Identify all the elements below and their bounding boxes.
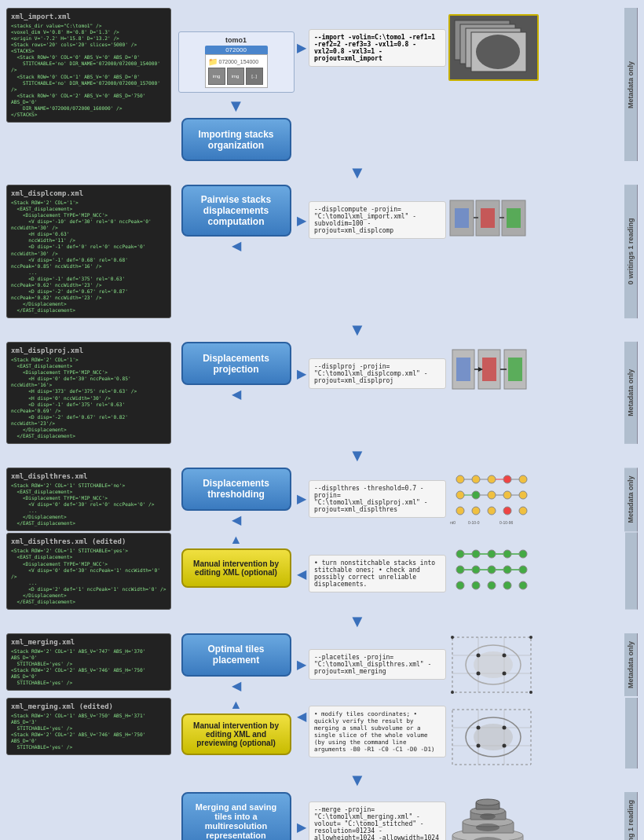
svg-point-106 [480, 813, 496, 820]
side-label-text-2: 0 writings 1 reading [627, 218, 635, 285]
xml-panel-3: xml_displproj.xml <Stack ROW='2' COL='1'… [6, 342, 175, 444]
step-row-4a: xml_displthres.xml <Stack ROW='2' COL='1… [6, 468, 638, 531]
right-col-6: ▶ --merge -projin= "C:\tomo1\xml_merging… [297, 792, 624, 840]
cmd-pane-4a: --displthres -threshold=0.7 -projin= "C:… [309, 480, 446, 518]
step-row-5a: xml_merging.xml <Stack ROW='2' COL='1' A… [6, 633, 638, 696]
arrow-right-6: ▶ [297, 820, 306, 834]
svg-point-55 [503, 566, 511, 574]
center-col-5a: Optimal tiles placement ◀ [175, 633, 297, 693]
cmd-text-4b: • turn nonstitchable stacks into stitcha… [314, 559, 435, 588]
cmd-pane-1: --import -volin=C:\tomo1 -ref1=1 -ref2=2… [309, 29, 446, 67]
flow-arrow-5-6: ▼ [6, 770, 638, 790]
viz-svg-1 [451, 17, 537, 79]
svg-point-27 [472, 491, 480, 499]
page-container: xml_import.xml <stacks_dir value="C:\tom… [0, 0, 644, 840]
action-btn-5b[interactable]: Manual intervention by editing XML and p… [181, 713, 291, 755]
side-label-text-4a: Metadata only [627, 476, 635, 523]
action-btn-3[interactable]: Displacements projection [181, 342, 291, 385]
svg-point-22 [472, 475, 480, 483]
svg-point-58 [472, 581, 480, 589]
action-btn-5a[interactable]: Optimal tiles placement [181, 633, 291, 677]
action-btn-4a[interactable]: Displacements thresholding [181, 468, 291, 511]
svg-point-51 [519, 550, 527, 558]
arrow-down-1: ▼ [228, 97, 245, 115]
svg-text:0-10-0: 0-10-0 [468, 520, 480, 525]
xml-title-2: xml_displcomp.xml [11, 189, 166, 197]
arrow-right-5a: ▶ [297, 657, 306, 672]
viz-svg-3 [448, 342, 539, 405]
viz-4b [448, 542, 539, 605]
side-label-1: Metadata only [624, 8, 638, 161]
action-btn-6[interactable]: Merging and saving tiles into a multires… [181, 792, 291, 840]
action-btn-4b[interactable]: Manual intervention by editing XML (opti… [181, 548, 291, 588]
arrow-left-4a: ◀ [232, 512, 241, 527]
action-label-2: Pairwise stacks displacements computatio… [189, 194, 284, 227]
arrow-right-4a: ▶ [297, 491, 306, 506]
svg-point-95 [503, 743, 507, 747]
svg-point-47 [456, 550, 464, 558]
step-row-4b: xml_displthres.xml (edited) <Stack ROW='… [6, 533, 638, 610]
svg-point-24 [503, 475, 511, 483]
center-col-5b: ▲ Manual intervention by editing XML and… [175, 698, 297, 755]
svg-point-105 [476, 823, 499, 831]
svg-point-94 [477, 743, 481, 747]
svg-point-84 [529, 691, 532, 694]
right-col-5b: ◀ • modify tiles coordinates; • quickly … [297, 698, 625, 768]
side-label-text-6: 1writing 1 reading [627, 799, 635, 840]
svg-point-21 [456, 475, 464, 483]
svg-point-61 [519, 581, 527, 589]
cmd-text-5b: • modify tiles coordinates; • quickly ve… [314, 710, 435, 753]
viz-svg-5b [448, 706, 539, 768]
xml-panel-5b: xml_merging.xml (edited) <Stack ROW='2' … [6, 698, 175, 755]
svg-point-4 [476, 35, 520, 69]
svg-point-79 [477, 671, 481, 675]
center-col-1: tomo1 072000 📁 072000_154000 img img [..… [175, 8, 297, 161]
action-label-4a: Displacements thresholding [189, 478, 284, 500]
action-btn-1[interactable]: Importing stacks organization [181, 118, 291, 161]
svg-point-77 [477, 653, 481, 657]
xml-code-4b: <Stack ROW='2' COL='1' STITCHABLE='yes'>… [11, 548, 166, 605]
svg-point-30 [519, 491, 527, 499]
cmd-text-3: --displproj -projin= "C:\tomo1\xml_displ… [314, 363, 428, 384]
step-row-2: xml_displcomp.xml <Stack ROW='2' COL='1'… [6, 185, 638, 318]
viz-5b [448, 706, 539, 768]
center-col-3: Displacements projection ◀ [175, 342, 297, 402]
step-row-1: xml_import.xml <stacks_dir value="C:\tom… [6, 8, 638, 161]
cmd-pane-3: --displproj -projin= "C:\tomo1\xml_displ… [309, 358, 446, 389]
xml-title-5b: xml_merging.xml (edited) [11, 702, 166, 710]
action-label-1: Importing stacks organization [189, 129, 284, 151]
flow-arrow-4-5: ▼ [6, 611, 638, 632]
side-label-2: 0 writings 1 reading [624, 185, 638, 318]
arrow-right-3: ▶ [297, 366, 306, 381]
right-col-3: ▶ --displproj -projin= "C:\tomo1\xml_dis… [297, 342, 624, 405]
xml-title-3: xml_displproj.xml [11, 347, 166, 354]
svg-point-81 [451, 636, 454, 639]
side-label-5b [625, 698, 638, 768]
svg-point-49 [488, 550, 496, 558]
viz-3 [448, 342, 539, 405]
svg-point-35 [519, 507, 527, 515]
svg-point-78 [503, 653, 507, 657]
svg-point-92 [477, 725, 481, 729]
cmd-text-1: --import -volin=C:\tomo1 -ref1=1 -ref2=2… [314, 34, 435, 62]
arrow-up-4b: ▲ [230, 533, 243, 547]
svg-point-103 [476, 799, 499, 805]
right-col-1: ▶ --import -volin=C:\tomo1 -ref1=1 -ref2… [297, 8, 624, 81]
arrow-left-5b: ◀ [297, 709, 306, 724]
center-col-4b: ▲ Manual intervention by editing XML (op… [175, 533, 297, 588]
viz-1 [448, 14, 539, 81]
cmd-pane-2: --displcompute -projin= "C:\tomo1\xml_im… [309, 201, 446, 239]
xml-code-5a: <Stack ROW='2' COL='1' ABS_V='747' ABS_H… [11, 648, 166, 686]
svg-point-33 [488, 507, 496, 515]
viz-svg-5a [448, 633, 539, 696]
svg-rect-18 [508, 358, 522, 381]
side-label-6: 1writing 1 reading [624, 792, 638, 840]
svg-rect-10 [507, 208, 521, 228]
center-col-4a: Displacements thresholding ◀ [175, 468, 297, 527]
action-btn-2[interactable]: Pairwise stacks displacements computatio… [181, 185, 291, 237]
xml-title-4b: xml_displthres.xml (edited) [11, 537, 166, 545]
xml-title-5a: xml_merging.xml [11, 638, 166, 646]
step-row-3: xml_displproj.xml <Stack ROW='2' COL='1'… [6, 342, 638, 444]
viz-svg-4a: nt0 0-10-0 0-10-96 [448, 468, 539, 530]
cmd-pane-5b: • modify tiles coordinates; • quickly ve… [309, 706, 446, 757]
